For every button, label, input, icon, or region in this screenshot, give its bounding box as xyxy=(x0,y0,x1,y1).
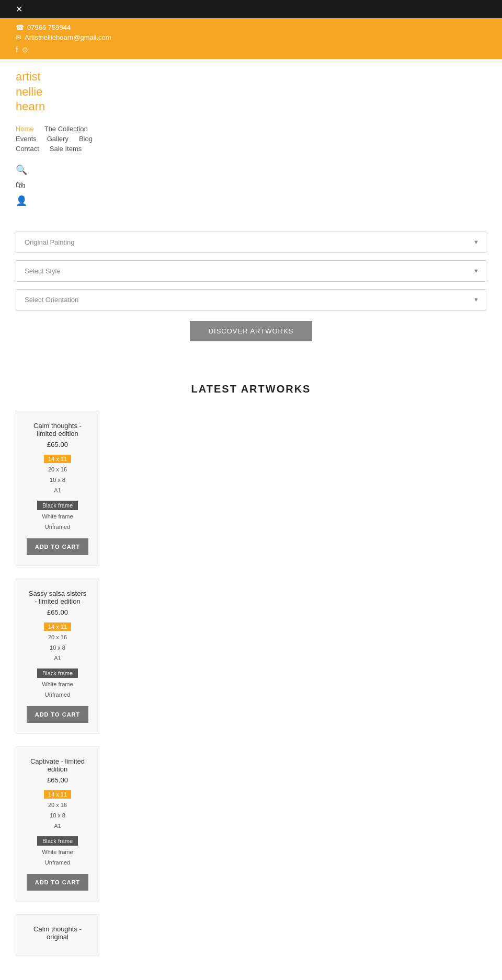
size-10x8-1[interactable]: 10 x 8 xyxy=(45,476,70,484)
email-row: ✉ Artistnelliehearn@gmail.com xyxy=(16,33,486,41)
size-14x11-1[interactable]: 14 x 11 xyxy=(44,455,71,463)
social-links: f ⊙ xyxy=(16,45,486,54)
frame-black-2[interactable]: Black frame xyxy=(37,668,78,678)
size-a1-2[interactable]: A1 xyxy=(50,654,65,662)
add-to-cart-button-1[interactable]: ADD TO CART xyxy=(27,538,88,555)
filter-section: Original Painting Select Style Select Or… xyxy=(0,211,502,373)
product-card-1: Calm thoughts - limited edition £65.00 1… xyxy=(16,411,99,566)
size-10x8-3[interactable]: 10 x 8 xyxy=(45,811,70,820)
user-icon[interactable]: 👤 xyxy=(16,195,486,206)
size-a1-3[interactable]: A1 xyxy=(50,822,65,830)
discover-btn-wrapper: DISCOVER ARTWORKS xyxy=(16,321,486,341)
frame-white-2[interactable]: White frame xyxy=(38,680,77,688)
nav-home[interactable]: Home xyxy=(16,125,34,133)
type-select-wrapper: Original Painting xyxy=(16,232,486,253)
latest-artworks-section: LATEST ARTWORKS Calm thoughts - limited … xyxy=(0,373,502,977)
site-header: artist nellie hearn xyxy=(0,59,502,120)
size-options-1: 14 x 11 20 x 16 10 x 8 A1 xyxy=(27,455,88,494)
nav-collection[interactable]: The Collection xyxy=(44,125,88,133)
add-to-cart-button-2[interactable]: ADD TO CART xyxy=(27,706,88,723)
product-price-3: £65.00 xyxy=(27,776,88,784)
frame-unframed-3[interactable]: Unframed xyxy=(41,858,74,867)
size-14x11-2[interactable]: 14 x 11 xyxy=(44,622,71,631)
email-icon: ✉ xyxy=(16,33,21,41)
product-card-2: Sassy salsa sisters - limited edition £6… xyxy=(16,579,99,734)
product-price-1: £65.00 xyxy=(27,441,88,448)
nav-row-2: Events Gallery Blog xyxy=(16,135,486,143)
size-20x16-3[interactable]: 20 x 16 xyxy=(44,801,71,809)
nav-row-3: Contact Sale Items xyxy=(16,145,486,153)
type-select[interactable]: Original Painting xyxy=(16,232,486,253)
product-card-4-partial: Calm thoughts - original xyxy=(16,914,99,956)
phone-row: ☎ 07966 759944 xyxy=(16,24,486,31)
style-select-wrapper: Select Style xyxy=(16,260,486,282)
product-card-3: Captivate - limited edition £65.00 14 x … xyxy=(16,746,99,902)
nav-events[interactable]: Events xyxy=(16,135,37,143)
contact-bar: ☎ 07966 759944 ✉ Artistnelliehearn@gmail… xyxy=(0,18,502,59)
size-10x8-2[interactable]: 10 x 8 xyxy=(45,643,70,652)
nav-blog[interactable]: Blog xyxy=(79,135,93,143)
frame-unframed-1[interactable]: Unframed xyxy=(41,523,74,531)
discover-artworks-button[interactable]: DISCOVER ARTWORKS xyxy=(190,321,313,341)
frame-white-1[interactable]: White frame xyxy=(38,512,77,521)
frame-black-1[interactable]: Black frame xyxy=(37,501,78,510)
add-to-cart-button-3[interactable]: ADD TO CART xyxy=(27,874,88,891)
orientation-select[interactable]: Select Orientation xyxy=(16,289,486,310)
size-20x16-2[interactable]: 20 x 16 xyxy=(44,633,71,641)
nav-contact[interactable]: Contact xyxy=(16,145,39,153)
facebook-link[interactable]: f xyxy=(16,45,18,54)
size-20x16-1[interactable]: 20 x 16 xyxy=(44,465,71,474)
size-options-3: 14 x 11 20 x 16 10 x 8 A1 xyxy=(27,790,88,830)
phone-icon: ☎ xyxy=(16,24,24,31)
product-title-4: Calm thoughts - original xyxy=(27,925,88,941)
email-address: Artistnelliehearn@gmail.com xyxy=(25,33,111,41)
instagram-link[interactable]: ⊙ xyxy=(22,45,28,54)
style-select[interactable]: Select Style xyxy=(16,260,486,282)
frame-white-3[interactable]: White frame xyxy=(38,848,77,856)
nav-icon-bar: 🔍 🛍 👤 xyxy=(0,160,502,211)
frame-black-3[interactable]: Black frame xyxy=(37,836,78,846)
product-title-2: Sassy salsa sisters - limited edition xyxy=(27,590,88,605)
orientation-select-wrapper: Select Orientation xyxy=(16,289,486,310)
site-logo[interactable]: artist nellie hearn xyxy=(16,70,486,114)
top-bar: ✕ xyxy=(0,0,502,18)
nav-gallery[interactable]: Gallery xyxy=(47,135,69,143)
product-title-1: Calm thoughts - limited edition xyxy=(27,422,88,437)
frame-options-3: Black frame White frame Unframed xyxy=(27,836,88,867)
close-icon[interactable]: ✕ xyxy=(16,4,22,14)
frame-options-2: Black frame White frame Unframed xyxy=(27,668,88,699)
section-title: LATEST ARTWORKS xyxy=(16,383,486,395)
product-title-3: Captivate - limited edition xyxy=(27,757,88,773)
nav-row-1: Home The Collection xyxy=(16,125,486,133)
cart-icon[interactable]: 🛍 xyxy=(16,180,486,191)
size-14x11-3[interactable]: 14 x 11 xyxy=(44,790,71,799)
size-a1-1[interactable]: A1 xyxy=(50,486,65,494)
nav-sale[interactable]: Sale Items xyxy=(50,145,82,153)
size-options-2: 14 x 11 20 x 16 10 x 8 A1 xyxy=(27,622,88,662)
main-nav: Home The Collection Events Gallery Blog … xyxy=(0,120,502,160)
product-price-2: £65.00 xyxy=(27,608,88,616)
search-icon[interactable]: 🔍 xyxy=(16,164,486,176)
frame-unframed-2[interactable]: Unframed xyxy=(41,690,74,699)
frame-options-1: Black frame White frame Unframed xyxy=(27,501,88,531)
phone-number: 07966 759944 xyxy=(27,24,71,31)
